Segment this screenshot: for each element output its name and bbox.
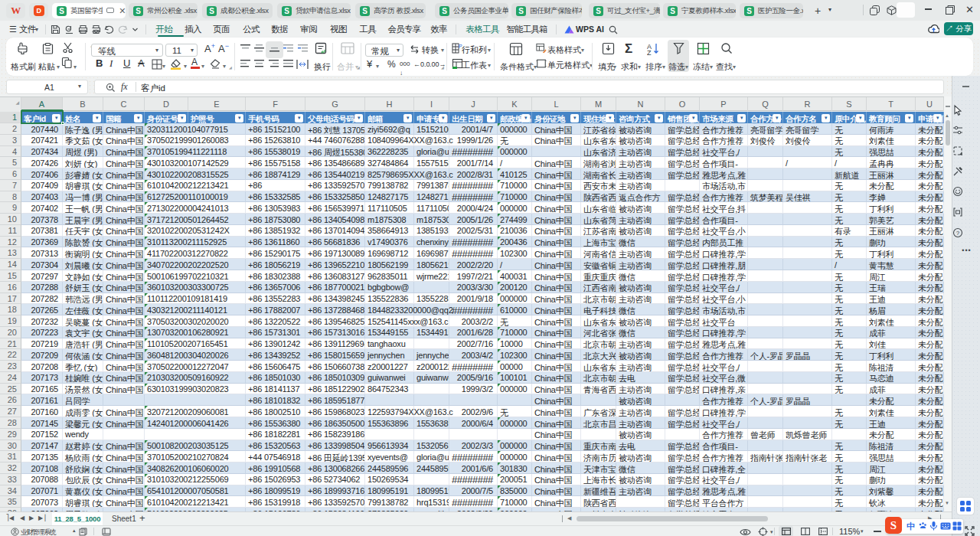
svg-text:Z: Z (647, 49, 652, 55)
svg-text:?: ? (956, 230, 960, 237)
